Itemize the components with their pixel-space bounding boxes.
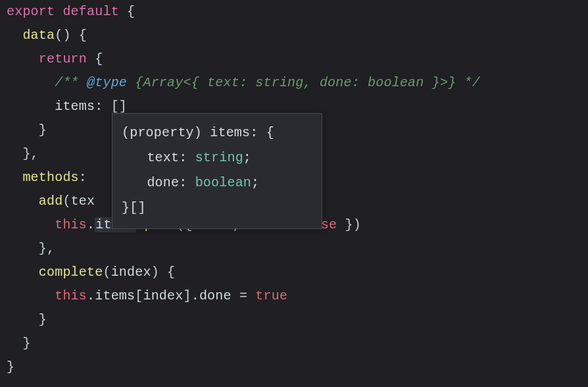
- comma: ,: [31, 146, 39, 161]
- keyword-this: this: [55, 217, 87, 232]
- brace: {: [127, 4, 135, 19]
- prop-done: done: [199, 288, 232, 303]
- tooltip-line-3: done: boolean;: [122, 170, 312, 195]
- brace: }: [39, 312, 47, 327]
- method-add: add: [39, 194, 63, 209]
- prop-methods: methods: [22, 170, 78, 185]
- paren: ): [151, 265, 159, 280]
- dot: .: [87, 217, 95, 232]
- parens: (): [55, 28, 70, 43]
- method-data: data: [22, 28, 55, 43]
- op-eq: =: [239, 288, 247, 303]
- keyword-this: this: [55, 288, 87, 303]
- tooltip-line-2: text: string;: [122, 145, 312, 170]
- colon: :: [79, 170, 87, 185]
- brace: }: [39, 241, 47, 256]
- prop-items: items: [55, 99, 95, 114]
- prop-items-ref: items: [95, 288, 135, 303]
- colon: :: [95, 99, 103, 114]
- brace: {: [95, 51, 103, 66]
- dot: .: [191, 288, 199, 303]
- brace: }: [22, 336, 30, 351]
- paren: (: [62, 194, 70, 209]
- jsdoc-tag: @type: [87, 75, 127, 90]
- paren: }): [345, 217, 361, 232]
- tooltip-line-1: (property) items: {: [122, 120, 312, 145]
- tooltip-line-4: }[]: [122, 195, 312, 220]
- code-editor[interactable]: export default { data() { return { /** @…: [0, 0, 588, 379]
- param-tex: tex: [71, 194, 95, 209]
- keyword-return: return: [39, 51, 87, 66]
- comma: ,: [47, 241, 55, 256]
- hover-tooltip: (property) items: { text: string; done: …: [112, 113, 322, 229]
- brace: {: [79, 28, 87, 43]
- paren: (: [103, 265, 110, 280]
- param-index: index: [111, 265, 151, 280]
- bracket: [: [135, 288, 143, 303]
- brace: }: [22, 146, 30, 161]
- jsdoc-close: */: [464, 75, 480, 90]
- jsdoc-open: /**: [55, 75, 79, 90]
- empty-array: []: [111, 99, 127, 114]
- brace: }: [39, 122, 47, 138]
- bracket: ]: [183, 288, 191, 303]
- brace: }: [7, 359, 14, 374]
- keyword-default: default: [62, 4, 118, 19]
- keyword-export: export: [7, 4, 55, 19]
- dot: .: [87, 288, 95, 303]
- jsdoc-body: {Array<{ text: string, done: boolean }>}: [135, 75, 456, 90]
- var-index: index: [143, 288, 183, 303]
- method-complete: complete: [39, 265, 103, 280]
- literal-true: true: [255, 288, 287, 303]
- brace: {: [167, 265, 175, 280]
